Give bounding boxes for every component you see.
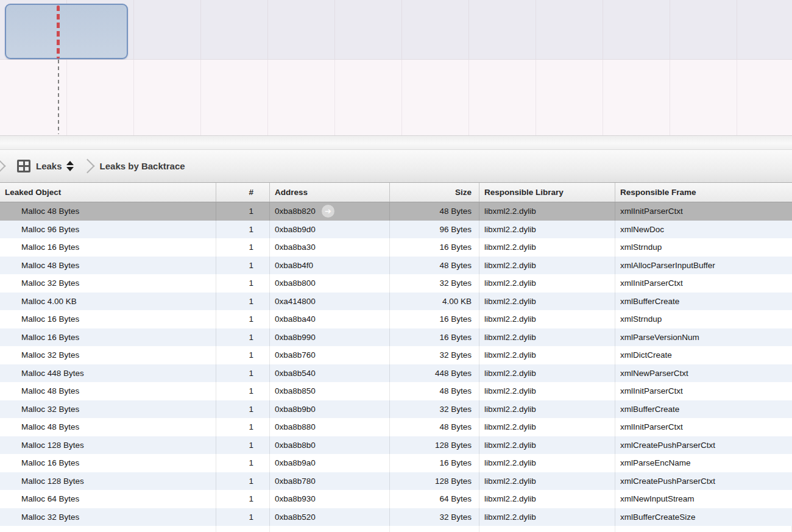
cell-count: 1 [216,490,270,508]
table-row[interactable]: Malloc 64 Bytes 1 0xba8b930 64 Bytes lib… [0,490,792,508]
cell-count: 1 [216,328,270,347]
cell-leaked-object: Malloc 128 Bytes [0,436,216,455]
cell-count: 1 [216,257,270,275]
cell-responsible-library: libxml2.2.dylib [479,346,615,364]
cell-address: 0xba8b800 [270,274,390,293]
table-row[interactable]: Malloc 448 Bytes 1 0xba8b540 448 Bytes l… [0,364,792,383]
cell-responsible-frame: xmlBufferCreate [615,400,792,419]
cell-leaked-object: Malloc 16 Bytes [0,238,216,257]
cell-responsible-frame: xmlInitParserCtxt [615,274,792,293]
cell-size: 448 Bytes [390,364,479,383]
cell-responsible-library: libxml2.2.dylib [479,274,615,293]
cell-leaked-object: Malloc 48 Bytes [0,257,216,275]
cell-responsible-library [479,526,615,532]
breadcrumb-item-detail[interactable]: Leaks by Backtrace [100,161,185,171]
column-header-address[interactable]: Address [270,183,390,202]
cell-leaked-object: Malloc 16 Bytes [0,328,216,347]
playhead-line-icon [58,60,59,134]
cell-size: 16 Bytes [390,328,479,347]
cell-responsible-frame: xmlInitParserCtxt [615,418,792,436]
timeline-track[interactable] [0,0,792,60]
cell-count: 1 [216,202,270,221]
cell-leaked-object: Malloc 16 Bytes [0,310,216,328]
cell-size: 48 Bytes [390,418,479,436]
timeline-selection[interactable] [5,4,128,59]
cell-responsible-frame: xmlAllocParserInputBuffer [615,257,792,275]
table-row[interactable]: Malloc 32 Bytes 1 0xba8b760 32 Bytes lib… [0,346,792,364]
table-row[interactable]: Malloc 48 Bytes 1 0xba8b4f0 48 Bytes lib… [0,257,792,275]
cell-responsible-library: libxml2.2.dylib [479,436,615,455]
cell-address: 0xba8b760 [270,346,390,364]
cell-address: 0xba8b4f0 [270,257,390,275]
table-row[interactable]: Malloc 16 Bytes 1 0xba8ba40 16 Bytes lib… [0,310,792,328]
cell-size: 96 Bytes [390,221,479,239]
cell-address: 0xa414800 [270,293,390,311]
breadcrumb-item-leaks[interactable]: Leaks [4,160,74,172]
cell-count: 1 [216,454,270,472]
cell-size: 64 Bytes [390,490,479,508]
cell-count [216,526,270,532]
table-row[interactable]: Malloc 96 Bytes 1 0xba8b9d0 96 Bytes lib… [0,221,792,239]
column-header-count[interactable]: # [216,183,270,202]
table-row[interactable]: Malloc 128 Bytes 1 0xba8b8b0 128 Bytes l… [0,436,792,455]
column-header-responsible-frame[interactable]: Responsible Frame [615,183,792,202]
cell-leaked-object: Malloc 32 Bytes [0,346,216,364]
table-row[interactable]: Malloc 48 Bytes 1 0xba8b880 48 Bytes lib… [0,418,792,436]
cell-leaked-object: Malloc 48 Bytes [0,382,216,400]
breadcrumb-detail-label: Leaks by Backtrace [100,161,185,171]
column-header-responsible-library[interactable]: Responsible Library [479,183,615,202]
column-header-leaked-object[interactable]: Leaked Object [0,183,216,202]
cell-responsible-library: libxml2.2.dylib [479,310,615,328]
cell-responsible-frame: xmlNewDoc [615,221,792,239]
table-header: Leaked Object # Address Size Responsible… [0,183,792,202]
cell-address: 0xba8b930 [270,490,390,508]
cell-responsible-library: libxml2.2.dylib [479,202,615,221]
column-header-size[interactable]: Size [390,183,479,202]
cell-responsible-library: libxml2.2.dylib [479,364,615,383]
cell-address: 0xba8b520 [270,508,390,527]
cell-address: 0xba8b9a0 [270,454,390,472]
cell-responsible-library: libxml2.2.dylib [479,257,615,275]
table-row[interactable]: Malloc 16 Bytes 1 0xba8b990 16 Bytes lib… [0,328,792,347]
cell-responsible-frame: xmlNewParserCtxt [615,364,792,383]
table-body: Malloc 48 Bytes 1 0xba8b820➔ 48 Bytes li… [0,202,792,532]
cell-responsible-frame: xmlInitParserCtxt [615,202,792,221]
cell-leaked-object: Malloc 448 Bytes [0,364,216,383]
table-row[interactable]: Malloc 128 Bytes 1 0xba8b780 128 Bytes l… [0,472,792,491]
cell-count: 1 [216,221,270,239]
cell-responsible-frame: xmlNewInputStream [615,490,792,508]
cell-leaked-object: Malloc 32 Bytes [0,274,216,293]
table-row[interactable]: Malloc 48 Bytes 1 0xba8b820➔ 48 Bytes li… [0,202,792,221]
cell-responsible-library: libxml2.2.dylib [479,418,615,436]
cell-leaked-object: Malloc 64 Bytes [0,490,216,508]
cell-responsible-frame: xmlCreatePushParserCtxt [615,472,792,491]
grid-icon [17,160,30,172]
cell-size: 16 Bytes [390,310,479,328]
cell-count: 1 [216,293,270,311]
cell-size: 48 Bytes [390,257,479,275]
breadcrumb: Leaks Leaks by Backtrace [0,150,792,183]
timeline-pane[interactable] [0,0,792,135]
cell-address: 0xba8b9d0 [270,221,390,239]
cell-responsible-frame: xmlBufferCreate [615,293,792,311]
table-row[interactable]: Malloc 4.00 KB 1 0xa414800 4.00 KB libxm… [0,293,792,311]
cell-responsible-frame: xmlInitParserCtxt [615,382,792,400]
cell-responsible-frame: xmlBufferCreateSize [615,508,792,527]
cell-count: 1 [216,274,270,293]
focus-arrow-icon[interactable]: ➔ [322,205,334,218]
cell-size: 32 Bytes [390,400,479,419]
table-row[interactable]: Malloc 48 Bytes 1 0xba8b850 48 Bytes lib… [0,382,792,400]
cell-leaked-object: Malloc 48 Bytes [0,418,216,436]
table-row[interactable]: Malloc 32 Bytes 1 0xba8b520 32 Bytes lib… [0,508,792,527]
cell-count: 1 [216,472,270,491]
cell-address: 0xba8b990 [270,328,390,347]
cell-responsible-library: libxml2.2.dylib [479,382,615,400]
popup-arrows-icon[interactable] [66,161,74,171]
cell-address: 0xba8b540 [270,364,390,383]
table-row[interactable]: Malloc 32 Bytes 1 0xba8b9b0 32 Bytes lib… [0,400,792,419]
table-row[interactable]: Malloc 16 Bytes 1 0xba8b9a0 16 Bytes lib… [0,454,792,472]
table-row[interactable]: Malloc 16 Bytes 1 0xba8ba30 16 Bytes lib… [0,238,792,257]
cell-responsible-frame: xmlParseVersionNum [615,328,792,347]
table-row[interactable]: Malloc 32 Bytes 1 0xba8b800 32 Bytes lib… [0,274,792,293]
cell-size: 128 Bytes [390,472,479,491]
